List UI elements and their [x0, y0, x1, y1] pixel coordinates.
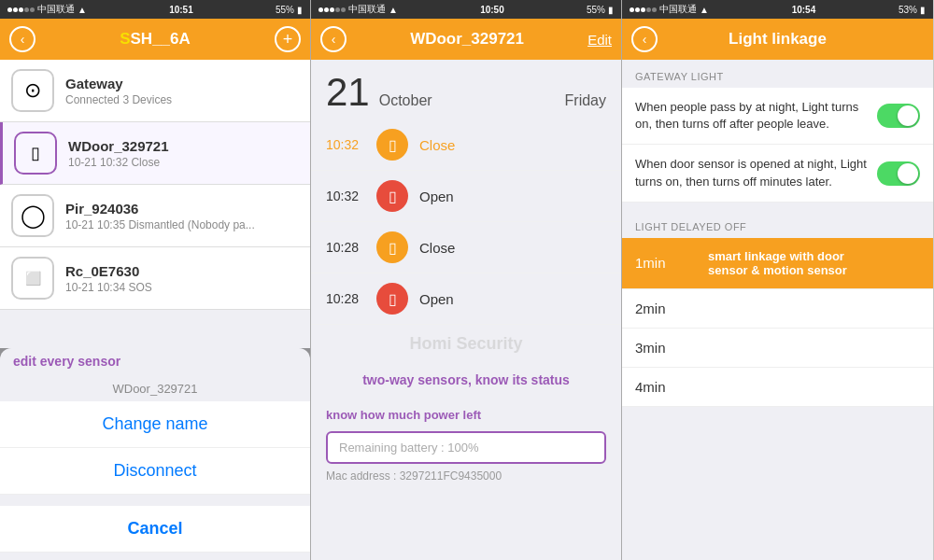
carrier-3: 中国联通 [659, 3, 697, 16]
phone2: 中国联通 ▲ 10:50 55% ▮ ‹ WDoor_329721 Edit 2… [311, 0, 622, 560]
toggle-row-1: When door sensor is opened at night, Lig… [622, 145, 933, 202]
device-rc[interactable]: ⬜ Rc_0E7630 10-21 10:34 SOS [0, 247, 310, 310]
delay-label-1min: 1min [635, 255, 691, 271]
activity-item-0: 10:32 ▯ Close [311, 119, 621, 171]
toggle-row-0: When people pass by at night, Light turn… [622, 88, 933, 145]
battery-promo: know how much power left [326, 402, 606, 431]
nav-title-3: Light linkage [658, 30, 898, 49]
toggle-knob-0 [898, 105, 918, 126]
change-name-button[interactable]: Change name [0, 401, 310, 448]
delay-label-3min: 3min [635, 340, 691, 356]
device-wdoor[interactable]: ▯ WDoor_329721 10-21 10:32 Close [0, 122, 310, 185]
activity-item-1: 10:32 ▯ Open [311, 171, 621, 222]
delay-row-2min[interactable]: 2min [622, 289, 933, 329]
activity-list: 10:32 ▯ Close 10:32 ▯ Open 10:28 ▯ Close… [311, 119, 621, 325]
device-gateway[interactable]: ⊙ Gateway Connected 3 Devices [0, 60, 310, 122]
toggle-switch-0[interactable] [877, 104, 920, 128]
battery-2: 55% [587, 5, 605, 15]
activity-action-1: Open [419, 189, 454, 204]
edit-button-2[interactable]: Edit [587, 32, 612, 48]
pir-icon: ◯ [11, 194, 54, 237]
delay-label-2min: 2min [635, 301, 691, 316]
gateway-light-header: GATEWAY LIGHT [622, 60, 933, 88]
smart-label-1: smart linkage with door [708, 249, 847, 263]
delay-row-3min[interactable]: 3min [622, 329, 933, 368]
activity-icon-3: ▯ [376, 283, 408, 315]
time-2: 10:50 [480, 5, 504, 15]
toggle-knob-1 [898, 163, 918, 184]
nav-title-1: SSH__6A [35, 30, 275, 49]
gateway-sub: Connected 3 Devices [65, 93, 299, 106]
popup-overlay: edit every sensor WDoor_329721 Change na… [0, 348, 310, 560]
status-bar-3: 中国联通 ▲ 10:54 53% ▮ [622, 0, 933, 19]
gateway-name: Gateway [65, 76, 299, 91]
pir-sub: 10-21 10:35 Dismantled (Nobody pa... [65, 218, 299, 231]
toggle-switch-1[interactable] [877, 161, 920, 186]
activity-time-1: 10:32 [326, 189, 365, 203]
watermark: Homi Security [311, 325, 621, 363]
battery-box: Remaining battery : 100% [326, 431, 606, 464]
battery-3: 53% [899, 5, 917, 15]
rc-sub: 10-21 10:34 SOS [65, 281, 299, 294]
time-1: 10:51 [169, 5, 193, 15]
wdoor-name: WDoor_329721 [68, 138, 299, 154]
wifi-icon-3: ▲ [700, 5, 709, 15]
gateway-icon: ⊙ [11, 69, 54, 112]
edit-sensor-label: edit every sensor [0, 348, 310, 371]
light-delayed-header: LIGHT DELAYED OFF [622, 210, 933, 238]
status-bar-2: 中国联通 ▲ 10:50 55% ▮ [311, 0, 621, 19]
back-button-1[interactable]: ‹ [9, 26, 35, 52]
wdoor-sub: 10-21 10:32 Close [68, 156, 299, 169]
phone1: 中国联通 ▲ 10:51 55% ▮ ‹ SSH__6A + ⊙ Gateway… [0, 0, 311, 560]
status-bar-1: 中国联通 ▲ 10:51 55% ▮ [0, 0, 310, 19]
device-pir[interactable]: ◯ Pir_924036 10-21 10:35 Dismantled (Nob… [0, 185, 310, 247]
activity-content: 21 October Friday 10:32 ▯ Close 10:32 ▯ … [311, 60, 621, 560]
back-button-2[interactable]: ‹ [320, 26, 347, 52]
rc-icon: ⬜ [11, 257, 54, 300]
disconnect-button[interactable]: Disconnect [0, 448, 310, 495]
delay-row-4min[interactable]: 4min [622, 368, 933, 407]
popup-box: edit every sensor WDoor_329721 Change na… [0, 348, 310, 560]
toggle-text-0: When people pass by at night, Light turn… [635, 99, 868, 133]
activity-time-0: 10:32 [326, 137, 365, 152]
date-month: October [379, 92, 432, 109]
activity-action-0: Close [419, 137, 455, 153]
nav-bar-3: ‹ Light linkage [622, 19, 933, 60]
promo-text: two-way sensors, know its status [311, 363, 621, 393]
delay-row-1min[interactable]: 1min smart linkage with door sensor & mo… [622, 238, 933, 289]
time-3: 10:54 [792, 5, 816, 15]
wifi-icon-2: ▲ [389, 5, 398, 15]
activity-icon-1: ▯ [376, 180, 408, 212]
linkage-content: GATEWAY LIGHT When people pass by at nig… [622, 60, 933, 560]
battery-icon-2: ▮ [608, 5, 614, 15]
wifi-icon-1: ▲ [78, 5, 87, 15]
activity-item-3: 10:28 ▯ Open [311, 273, 621, 325]
nav-title-2: WDoor_329721 [347, 30, 587, 49]
delay-label-4min: 4min [635, 379, 691, 395]
mac-address: Mac address : 3297211FC9435000 [326, 464, 606, 483]
battery-1: 55% [276, 5, 294, 15]
battery-value: Remaining battery : 100% [339, 441, 593, 455]
activity-icon-0: ▯ [376, 129, 408, 161]
battery-icon-1: ▮ [297, 5, 303, 15]
activity-time-2: 10:28 [326, 240, 365, 255]
carrier-1: 中国联通 [37, 3, 75, 16]
back-button-3[interactable]: ‹ [631, 26, 658, 52]
smart-label-2: sensor & motion sensor [708, 263, 847, 277]
nav-bar-2: ‹ WDoor_329721 Edit [311, 19, 621, 60]
wdoor-icon: ▯ [14, 132, 57, 175]
activity-item-2: 10:28 ▯ Close [311, 222, 621, 273]
rc-name: Rc_0E7630 [65, 263, 299, 279]
section-divider [622, 203, 933, 210]
cancel-button[interactable]: Cancel [0, 500, 310, 553]
date-day: 21 [326, 73, 370, 112]
date-header: 21 October Friday [311, 60, 621, 119]
battery-icon-3: ▮ [920, 5, 926, 15]
activity-time-3: 10:28 [326, 291, 365, 306]
date-weekday: Friday [565, 92, 606, 109]
activity-icon-2: ▯ [376, 231, 408, 263]
add-button-1[interactable]: + [275, 26, 301, 52]
phone3: 中国联通 ▲ 10:54 53% ▮ ‹ Light linkage GATEW… [622, 0, 933, 560]
popup-device-ref: WDoor_329721 [0, 371, 310, 401]
toggle-text-1: When door sensor is opened at night, Lig… [635, 156, 868, 189]
